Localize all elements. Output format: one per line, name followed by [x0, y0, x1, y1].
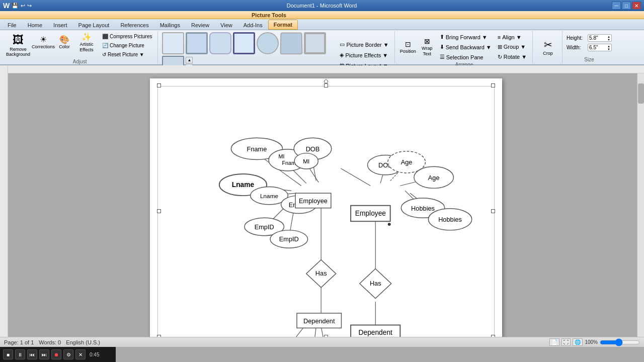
- reset-icon: ↺: [102, 52, 106, 57]
- scroll-thumb-v[interactable]: [638, 83, 644, 104]
- svg-text:Lname: Lname: [260, 193, 278, 199]
- rotate-button[interactable]: ↻ Rotate ▼: [495, 52, 529, 62]
- send-backward-button[interactable]: ⬇ Send Backward ▼: [437, 42, 494, 52]
- align-button[interactable]: ≡ Align ▼: [495, 33, 529, 42]
- svg-text:Dependent: Dependent: [303, 317, 335, 325]
- group-button[interactable]: ⊞ Group ▼: [495, 42, 529, 52]
- rotate-label: Rotate ▼: [504, 54, 527, 60]
- svg-text:EmpID: EmpID: [279, 235, 299, 243]
- reset-picture-button[interactable]: ↺ Reset Picture ▼: [100, 50, 154, 59]
- corrections-label: Corrections: [32, 44, 55, 50]
- style-thumb-5[interactable]: [257, 32, 279, 54]
- play-prev-button[interactable]: ⏮: [27, 349, 37, 359]
- height-input[interactable]: [588, 35, 606, 41]
- effects-label: Picture Effects ▼: [345, 52, 388, 58]
- color-icon: 🎨: [59, 35, 69, 44]
- window-title: Document1 - Microsoft Word: [32, 3, 612, 9]
- handle-tl: [157, 83, 161, 87]
- rotation-handle[interactable]: [324, 79, 328, 83]
- svg-text:DOB: DOB: [306, 145, 320, 153]
- bring-forward-button[interactable]: ⬆ Bring Forward ▼: [437, 32, 494, 42]
- full-screen-btn[interactable]: ⛶: [561, 338, 571, 346]
- tab-page-layout[interactable]: Page Layout: [73, 20, 115, 30]
- pause-button[interactable]: ⏸: [15, 349, 25, 359]
- svg-text:Employee: Employee: [299, 197, 328, 205]
- style-thumb-4[interactable]: [233, 32, 255, 54]
- handle-mr: [491, 209, 495, 213]
- crop-button[interactable]: ✂ Crop: [537, 35, 559, 59]
- styles-scroll-up[interactable]: ▲: [186, 57, 193, 63]
- tab-home[interactable]: Home: [22, 20, 48, 30]
- tab-references[interactable]: References: [115, 20, 154, 30]
- handle-bc: [324, 335, 328, 337]
- rotate-icon: ↻: [498, 54, 502, 60]
- tab-insert[interactable]: Insert: [48, 20, 73, 30]
- change-picture-button[interactable]: 🔄 Change Picture: [100, 41, 154, 50]
- undo-icon[interactable]: ↩: [21, 3, 25, 9]
- print-view-btn[interactable]: 📄: [549, 338, 559, 346]
- close-button[interactable]: ✕: [632, 2, 641, 10]
- tab-review[interactable]: Review: [186, 20, 215, 30]
- picture-border-button[interactable]: ▭ Picture Border ▼: [337, 40, 391, 49]
- style-thumb-7[interactable]: [304, 32, 326, 54]
- position-icon: ⊡: [405, 40, 411, 49]
- group-adjust: 🖼 RemoveBackground ☀ Corrections 🎨 Color: [2, 31, 158, 63]
- status-bar: Page: 1 of 1 Words: 0 English (U.S.) 📄 ⛶…: [0, 337, 644, 347]
- handle-tr: [491, 83, 495, 87]
- tab-file[interactable]: File: [2, 20, 22, 30]
- height-down[interactable]: ▼: [606, 38, 611, 41]
- play-next-button[interactable]: ⏭: [39, 349, 49, 359]
- compress-pictures-button[interactable]: ⬛ Compress Pictures: [100, 32, 154, 41]
- record-button[interactable]: ⏺: [51, 349, 61, 359]
- settings-button[interactable]: ⚙: [63, 349, 73, 359]
- remove-background-button[interactable]: 🖼 RemoveBackground: [5, 33, 31, 59]
- quick-save-icon[interactable]: 💾: [12, 3, 19, 9]
- scrollbar-vertical[interactable]: [637, 73, 644, 337]
- close-media-button[interactable]: ✕: [75, 349, 86, 359]
- svg-text:Lname: Lname: [232, 181, 255, 189]
- svg-text:EmpID: EmpID: [255, 223, 274, 231]
- tab-add-ins[interactable]: Add-Ins: [238, 20, 268, 30]
- style-thumb-2[interactable]: [186, 32, 208, 54]
- work-area: Fname MI Fname DOB MI Lname: [0, 65, 644, 337]
- size-label: Size: [567, 57, 612, 63]
- picture-effects-button[interactable]: ◈ Picture Effects ▼: [337, 50, 391, 60]
- handle-br: [491, 335, 495, 337]
- corrections-button[interactable]: ☀ Corrections: [33, 32, 53, 52]
- align-icon: ≡: [498, 34, 501, 40]
- style-thumb-3[interactable]: [209, 32, 231, 54]
- position-button[interactable]: ⊡ Position: [399, 35, 417, 59]
- handle-ml: [157, 209, 161, 213]
- svg-point-79: [388, 223, 391, 226]
- artistic-effects-label: ArtisticEffects: [79, 42, 93, 53]
- artistic-effects-button[interactable]: ✨ ArtisticEffects: [75, 32, 98, 52]
- selection-pane-button[interactable]: ☰ Selection Pane: [437, 52, 494, 62]
- stop-button[interactable]: ■: [3, 349, 13, 359]
- group-icon: ⊞: [498, 44, 502, 50]
- ruler-vertical: [0, 65, 8, 337]
- svg-text:Dependent: Dependent: [359, 329, 392, 336]
- corrections-icon: ☀: [40, 35, 47, 44]
- wrap-text-icon: ⊠: [424, 37, 430, 46]
- tab-format[interactable]: Format: [268, 20, 298, 30]
- svg-text:MI: MI: [279, 153, 285, 159]
- zoom-slider[interactable]: [600, 339, 640, 346]
- minimize-button[interactable]: ─: [612, 2, 621, 10]
- tab-view[interactable]: View: [215, 20, 238, 30]
- width-down[interactable]: ▼: [606, 48, 611, 51]
- redo-icon[interactable]: ↪: [27, 3, 32, 9]
- tab-mailings[interactable]: Mailings: [154, 20, 186, 30]
- svg-text:Employee: Employee: [355, 210, 386, 217]
- group-picture-styles: ▲ ▼ ▾ ▭ Picture Border ▼ ◈ Picture Effec…: [159, 31, 394, 63]
- width-input[interactable]: [588, 44, 606, 51]
- group-crop: ✂ Crop: [534, 31, 562, 63]
- web-view-btn[interactable]: 🌐: [573, 338, 583, 346]
- color-button[interactable]: 🎨 Color: [54, 32, 74, 52]
- wrap-text-button[interactable]: ⊠ WrapText: [418, 35, 436, 59]
- maximize-button[interactable]: □: [622, 2, 631, 10]
- position-label: Position: [400, 49, 416, 54]
- style-thumb-6[interactable]: [280, 32, 303, 54]
- style-thumb-1[interactable]: [162, 32, 184, 54]
- zoom-level: 100%: [585, 339, 598, 345]
- send-backward-label: Send Backward ▼: [446, 44, 492, 50]
